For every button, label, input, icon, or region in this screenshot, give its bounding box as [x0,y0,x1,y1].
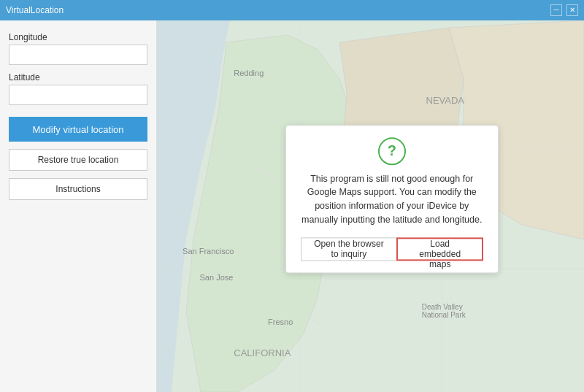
minimize-button[interactable]: ─ [550,4,562,16]
map-area: Redding Reno NEVADA San Francisco San Jo… [157,20,584,392]
longitude-field-group: Longitude [9,32,147,65]
longitude-input[interactable] [9,45,147,65]
window-controls: ─ ✕ [550,4,578,16]
close-button[interactable]: ✕ [566,4,578,16]
latitude-input[interactable] [9,85,147,105]
map-overlay: ? This program is still not good enough … [285,125,499,273]
app-container: Longitude Latitude Modify virtual locati… [0,20,584,392]
question-icon: ? [378,137,406,165]
overlay-description: This program is still not good enough fo… [301,172,484,227]
latitude-label: Latitude [9,72,147,82]
title-bar: VirtualLocation ─ ✕ [0,0,584,20]
latitude-field-group: Latitude [9,72,147,105]
app-title: VirtualLocation [6,5,64,15]
load-maps-button[interactable]: Load embedded maps [396,237,483,261]
instructions-button[interactable]: Instructions [9,178,147,200]
left-panel: Longitude Latitude Modify virtual locati… [0,20,157,392]
restore-location-button[interactable]: Restore true location [9,149,147,171]
longitude-label: Longitude [9,32,147,42]
modify-location-button[interactable]: Modify virtual location [9,117,147,142]
overlay-buttons: Open the browser to inquiry Load embedde… [301,237,484,261]
open-browser-button[interactable]: Open the browser to inquiry [301,237,397,261]
